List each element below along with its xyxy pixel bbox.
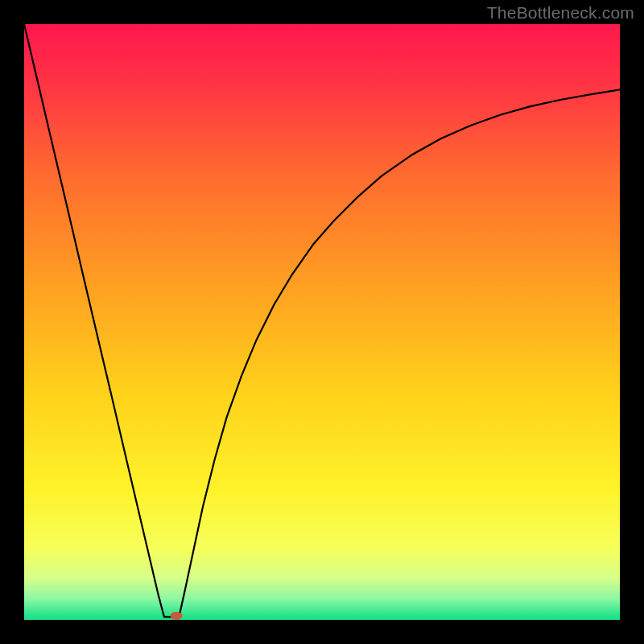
optimum-marker xyxy=(170,612,182,620)
bottleneck-curve xyxy=(24,24,620,617)
chart-frame: TheBottleneck.com xyxy=(0,0,644,644)
plot-area xyxy=(24,24,620,620)
curve-layer xyxy=(24,24,620,620)
watermark-label: TheBottleneck.com xyxy=(487,3,634,23)
